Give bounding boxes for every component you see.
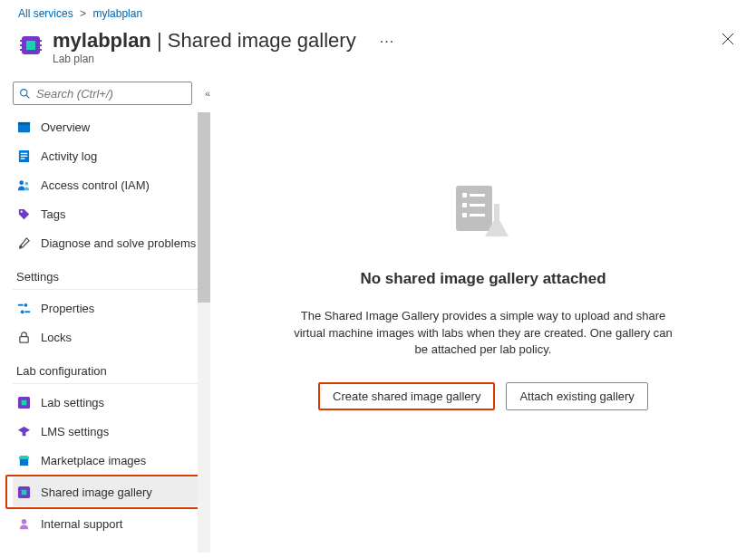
- svg-line-9: [26, 95, 29, 98]
- labplan-icon: [18, 33, 44, 58]
- sidebar-item-internal-support[interactable]: Internal support: [13, 509, 210, 538]
- sidebar-item-tags[interactable]: Tags: [13, 199, 210, 228]
- sidebar-item-lms-settings[interactable]: LMS settings: [13, 417, 210, 446]
- svg-rect-6: [39, 44, 42, 46]
- sidebar-item-access-control[interactable]: Access control (IAM): [13, 170, 210, 199]
- svg-rect-28: [19, 458, 27, 466]
- svg-rect-20: [17, 303, 23, 305]
- sidebar-item-label: Overview: [41, 120, 90, 134]
- sidebar-scrollbar-thumb[interactable]: [198, 112, 210, 303]
- sidebar-item-label: Shared image gallery: [41, 486, 152, 499]
- properties-icon: [16, 301, 31, 315]
- svg-rect-35: [462, 203, 467, 207]
- sidebar-item-locks[interactable]: Locks: [13, 322, 210, 351]
- sidebar-item-label: Activity log: [41, 149, 97, 163]
- svg-rect-14: [20, 155, 27, 156]
- collapse-sidebar-icon[interactable]: «: [205, 88, 210, 99]
- sidebar-item-shared-image-gallery[interactable]: Shared image gallery: [13, 477, 199, 506]
- sidebar-item-label: Internal support: [41, 517, 122, 531]
- activity-log-icon: [16, 149, 31, 163]
- empty-state-description: The Shared Image Gallery provides a simp…: [288, 308, 678, 360]
- svg-rect-2: [20, 40, 23, 42]
- breadcrumb-separator: >: [80, 7, 86, 20]
- internal-support-icon: [16, 516, 31, 531]
- more-actions-button[interactable]: ···: [380, 34, 394, 50]
- sidebar-item-label: Marketplace images: [41, 454, 146, 467]
- svg-rect-7: [39, 49, 42, 51]
- svg-rect-37: [462, 213, 467, 217]
- svg-rect-27: [22, 432, 25, 436]
- sidebar-item-label: LMS settings: [41, 425, 109, 438]
- svg-rect-38: [470, 214, 485, 216]
- lms-icon: [16, 424, 31, 438]
- tags-icon: [16, 207, 31, 221]
- svg-point-23: [20, 310, 24, 313]
- empty-state-title: No shared image gallery attached: [360, 270, 606, 288]
- svg-rect-1: [26, 41, 35, 50]
- locks-icon: [16, 330, 31, 344]
- sidebar-item-label: Lab settings: [41, 396, 104, 409]
- svg-point-8: [21, 89, 27, 95]
- search-input[interactable]: [36, 87, 186, 101]
- svg-point-17: [24, 181, 28, 185]
- access-control-icon: [16, 178, 31, 192]
- svg-rect-13: [20, 152, 27, 153]
- search-input-wrapper[interactable]: [13, 82, 192, 105]
- svg-rect-5: [39, 40, 42, 42]
- close-icon[interactable]: [722, 33, 734, 49]
- sidebar-item-overview[interactable]: Overview: [13, 112, 210, 141]
- svg-rect-15: [20, 158, 24, 159]
- svg-rect-32: [456, 186, 492, 231]
- svg-point-21: [24, 303, 27, 306]
- svg-rect-30: [21, 489, 26, 495]
- page-title: mylabplan | Shared image gallery ···: [53, 29, 738, 53]
- svg-rect-3: [20, 44, 23, 46]
- breadcrumb: All services > mylabplan: [0, 0, 756, 24]
- breadcrumb-current-link[interactable]: mylabplan: [92, 7, 142, 20]
- sidebar-item-label: Diagnose and solve problems: [41, 236, 196, 250]
- sidebar-item-label: Tags: [41, 207, 65, 221]
- sidebar-item-label: Access control (IAM): [41, 178, 150, 192]
- sidebar-item-activity-log[interactable]: Activity log: [13, 141, 210, 170]
- overview-icon: [16, 120, 31, 134]
- svg-rect-11: [17, 121, 29, 124]
- lab-settings-icon: [16, 395, 31, 409]
- breadcrumb-root-link[interactable]: All services: [18, 7, 73, 20]
- svg-rect-36: [470, 204, 485, 207]
- section-settings: Settings: [13, 257, 198, 290]
- page-subtitle: Lab plan: [53, 53, 738, 65]
- svg-rect-22: [24, 311, 30, 313]
- diagnose-icon: [16, 236, 31, 250]
- svg-point-19: [19, 245, 22, 247]
- sidebar-item-properties[interactable]: Properties: [13, 293, 210, 322]
- svg-point-31: [21, 518, 26, 524]
- shared-image-gallery-icon: [16, 485, 31, 499]
- svg-point-18: [20, 210, 22, 212]
- svg-rect-39: [494, 204, 499, 207]
- svg-point-16: [19, 180, 24, 185]
- sidebar-item-label: Locks: [41, 331, 72, 344]
- section-lab-configuration: Lab configuration: [13, 351, 198, 384]
- create-shared-image-gallery-button[interactable]: Create shared image gallery: [318, 382, 495, 410]
- empty-state-illustration: [447, 180, 519, 246]
- search-icon: [19, 88, 31, 100]
- sidebar-item-marketplace[interactable]: Marketplace images: [13, 446, 210, 475]
- svg-rect-24: [19, 336, 27, 342]
- svg-rect-4: [20, 49, 23, 51]
- sidebar-item-lab-settings[interactable]: Lab settings: [13, 388, 210, 417]
- sidebar-item-label: Properties: [41, 302, 94, 315]
- sidebar-item-diagnose[interactable]: Diagnose and solve problems: [13, 228, 210, 257]
- svg-rect-33: [462, 193, 467, 197]
- svg-rect-26: [21, 399, 26, 405]
- svg-rect-34: [470, 194, 485, 197]
- marketplace-icon: [16, 453, 31, 467]
- attach-existing-gallery-button[interactable]: Attach existing gallery: [506, 382, 647, 410]
